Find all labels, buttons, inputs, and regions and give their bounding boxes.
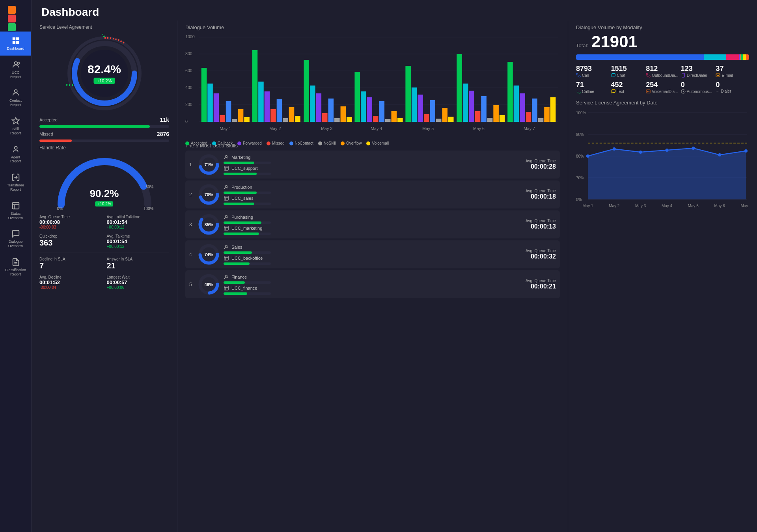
sidebar: Dashboard UCCReport ContactReport SkillR… bbox=[0, 0, 32, 532]
svg-rect-65 bbox=[442, 108, 447, 122]
svg-text:1000: 1000 bbox=[185, 34, 195, 39]
svg-rect-3 bbox=[16, 41, 19, 44]
svg-rect-56 bbox=[385, 119, 391, 122]
svg-rect-36 bbox=[258, 82, 264, 122]
middle-panel: Dialogue Volume 1000 800 600 400 200 0 bbox=[177, 20, 568, 532]
skill-2-names: Production UCC_sales bbox=[224, 184, 522, 205]
svg-rect-34 bbox=[244, 117, 250, 122]
decline-sla: Decline in SLA 7 bbox=[39, 257, 102, 270]
svg-rect-48 bbox=[334, 118, 340, 122]
skills-section: The 5 Most Used Skills 1 71% Marketing bbox=[185, 143, 560, 298]
sla-percent: 82.4% bbox=[88, 63, 121, 76]
sla-line-chart-svg: 100% 90% 80% 70% 0% bbox=[576, 110, 749, 212]
svg-rect-113 bbox=[646, 90, 650, 93]
dialogue-volume-title: Dialogue Volume bbox=[185, 24, 560, 30]
skill-row-5: 5 49% Finance UCC_finance bbox=[185, 270, 560, 298]
skill-3-donut: 85% bbox=[198, 214, 220, 235]
svg-rect-57 bbox=[392, 111, 397, 122]
svg-rect-41 bbox=[289, 107, 295, 122]
svg-text:May 2: May 2 bbox=[609, 204, 620, 208]
svg-text:May 1: May 1 bbox=[582, 204, 593, 208]
sla-gauge: 82.4% +10.2% bbox=[39, 34, 169, 113]
svg-rect-64 bbox=[436, 119, 442, 122]
skill-1-donut: 71% bbox=[198, 154, 220, 175]
sidebar-item-transferee-report[interactable]: TransfereeReport bbox=[0, 168, 31, 197]
longest-wait: Longest Wait 00:00:57 +00:00:06 bbox=[107, 275, 170, 290]
svg-point-96 bbox=[226, 185, 227, 187]
skill-3-queue: Avg. Queue Time 00:00:13 bbox=[526, 219, 556, 230]
gauge-center: 82.4% +10.2% bbox=[88, 63, 121, 84]
svg-point-133 bbox=[744, 149, 748, 153]
modality-email: 37 E-mail bbox=[716, 65, 749, 78]
skill-2-queue: Avg. Queue Time 00:00:18 bbox=[526, 189, 556, 200]
answer-sla: Answer in SLA 21 bbox=[107, 257, 170, 270]
avg-decline: Avg. Decline 00:01:52 -00:00:04 bbox=[39, 275, 102, 290]
svg-rect-71 bbox=[481, 96, 487, 122]
svg-rect-74 bbox=[500, 115, 505, 122]
legend-accepted: Accepted bbox=[185, 141, 207, 145]
svg-rect-55 bbox=[379, 101, 384, 122]
svg-rect-76 bbox=[514, 86, 519, 122]
svg-rect-58 bbox=[397, 118, 403, 122]
skill-row-2: 2 70% Production UCC_sales bbox=[185, 180, 560, 208]
header: Dashboard bbox=[32, 0, 757, 20]
sidebar-item-ucc-report[interactable]: UCCReport bbox=[0, 56, 31, 84]
sidebar-item-dialogue-overview[interactable]: DialogueOverview bbox=[0, 225, 31, 253]
sidebar-item-skill-report[interactable]: SkillReport bbox=[0, 112, 31, 140]
svg-text:600: 600 bbox=[185, 68, 192, 73]
svg-rect-63 bbox=[430, 100, 435, 122]
svg-rect-35 bbox=[252, 50, 258, 122]
divider bbox=[39, 253, 169, 253]
svg-point-7 bbox=[14, 146, 17, 149]
svg-rect-61 bbox=[418, 95, 423, 122]
svg-rect-79 bbox=[532, 99, 537, 122]
svg-text:May 5: May 5 bbox=[688, 204, 699, 208]
svg-rect-81 bbox=[544, 107, 550, 122]
svg-rect-32 bbox=[232, 119, 237, 122]
svg-text:800: 800 bbox=[185, 51, 192, 56]
sidebar-item-contact-report[interactable]: ContactReport bbox=[0, 84, 31, 112]
svg-text:May 2: May 2 bbox=[269, 126, 281, 131]
svg-point-129 bbox=[639, 151, 642, 154]
legend-noskill: NoSkill bbox=[318, 141, 336, 145]
legend-forwarded: Forwarded bbox=[237, 141, 262, 145]
svg-point-4 bbox=[14, 61, 17, 64]
page-title: Dashboard bbox=[41, 6, 747, 19]
avg-queue-time: Avg. Queue Time 00:00:08 -00:00:03 bbox=[39, 215, 102, 229]
modality-items-grid: 8793 Call 1515 Chat 812 bbox=[576, 65, 749, 94]
legend-missed: Missed bbox=[267, 141, 285, 145]
sla-date-chart: 100% 90% 80% 70% 0% bbox=[576, 110, 749, 196]
svg-point-92 bbox=[226, 155, 227, 157]
svg-rect-47 bbox=[328, 99, 334, 122]
sidebar-item-classification-report[interactable]: ClassificationReport bbox=[0, 253, 31, 281]
svg-text:May 6: May 6 bbox=[473, 126, 485, 131]
avg-talktime: Avg. Talktime 00:01:54 +00:00:12 bbox=[107, 234, 170, 249]
sla-badge: +10.2% bbox=[94, 78, 115, 84]
sidebar-item-status-overview[interactable]: StatusOverview bbox=[0, 197, 31, 225]
svg-rect-49 bbox=[341, 106, 346, 122]
sidebar-item-agent-report[interactable]: AgentReport bbox=[0, 140, 31, 169]
svg-rect-75 bbox=[507, 62, 513, 122]
legend-overflow: Overflow bbox=[341, 141, 362, 145]
modality-autonomous: 0 Autonomous... bbox=[681, 81, 714, 94]
svg-rect-59 bbox=[405, 66, 411, 122]
skill-row-4: 4 74% Sales UCC_backoffice bbox=[185, 240, 560, 268]
sidebar-item-dashboard[interactable]: Dashboard bbox=[0, 32, 31, 56]
modality-voicemail: 254 VoicemailDia... bbox=[646, 81, 679, 94]
svg-rect-66 bbox=[448, 117, 454, 122]
svg-rect-28 bbox=[207, 84, 213, 122]
svg-text:70%: 70% bbox=[576, 176, 584, 180]
skill-row-3: 3 85% Purchasing UCC_marketing bbox=[185, 210, 560, 238]
chart-legend: Accepted Callback Forwarded Missed NoCon… bbox=[185, 141, 560, 145]
svg-rect-70 bbox=[475, 111, 481, 122]
legend-nocontact: NoContact bbox=[289, 141, 313, 145]
svg-rect-67 bbox=[457, 54, 462, 122]
skill-4-queue: Avg. Queue Time 00:00:32 bbox=[526, 249, 556, 260]
svg-rect-27 bbox=[201, 68, 207, 122]
skill-5-donut: 49% bbox=[198, 273, 220, 295]
legend-callback: Callback bbox=[212, 141, 233, 145]
svg-point-6 bbox=[14, 90, 17, 93]
svg-rect-93 bbox=[224, 166, 229, 170]
svg-marker-126 bbox=[588, 148, 746, 199]
svg-point-131 bbox=[692, 147, 695, 150]
